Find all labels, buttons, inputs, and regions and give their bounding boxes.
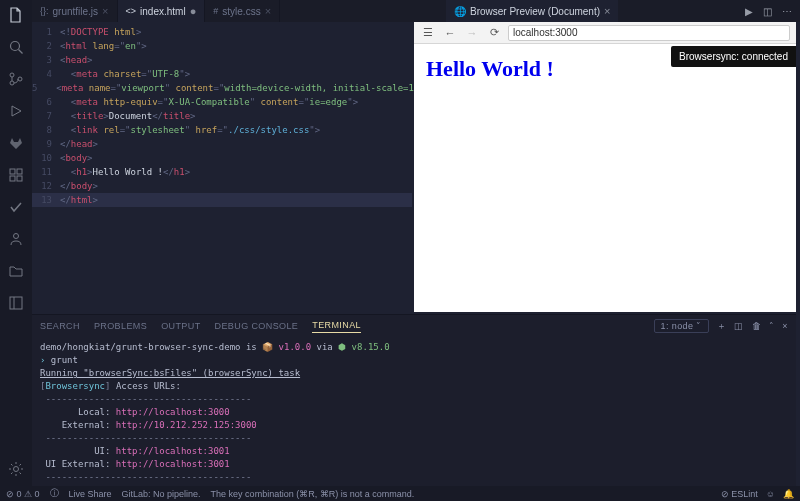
terminal-line: External: http://10.212.252.125:3000 xyxy=(40,419,788,432)
panel-tab-search[interactable]: SEARCH xyxy=(40,321,80,331)
svg-point-10 xyxy=(14,467,19,472)
terminal-line: › grunt xyxy=(40,354,788,367)
terminal-line: [Browsersync] Access URLs: xyxy=(40,380,788,393)
browsersync-toast: Browsersync: connected xyxy=(671,46,796,67)
svg-rect-7 xyxy=(17,176,22,181)
toggle-panel-icon[interactable]: ☰ xyxy=(420,25,436,41)
panel-tab-terminal[interactable]: TERMINAL xyxy=(312,320,361,333)
dirty-icon[interactable]: ● xyxy=(190,5,197,17)
url-input[interactable]: localhost:3000 xyxy=(508,25,790,41)
panel-tabs: SEARCHPROBLEMSOUTPUTDEBUG CONSOLETERMINA… xyxy=(32,315,796,337)
svg-point-0 xyxy=(11,42,20,51)
terminal-line: UI: http://localhost:3001 xyxy=(40,445,788,458)
activity-extensions-icon[interactable] xyxy=(7,166,25,184)
back-icon[interactable]: ← xyxy=(442,25,458,41)
activity-bar xyxy=(0,0,32,486)
status-item[interactable]: ☺ xyxy=(766,489,775,499)
activity-gitlab-icon[interactable] xyxy=(7,134,25,152)
tab-gruntfile-js[interactable]: {}:gruntfile.js× xyxy=(32,0,118,22)
code-line: 10<body> xyxy=(32,151,412,165)
status-item[interactable]: Live Share xyxy=(69,489,112,499)
file-icon: # xyxy=(213,6,218,16)
status-item[interactable]: 🔔 xyxy=(783,489,794,499)
tab-style-css[interactable]: #style.css× xyxy=(205,0,280,22)
activity-test-icon[interactable] xyxy=(7,198,25,216)
activity-search-icon[interactable] xyxy=(7,38,25,56)
browser-toolbar: ☰ ← → ⟳ localhost:3000 xyxy=(414,22,796,44)
activity-layout-icon[interactable] xyxy=(7,294,25,312)
status-item[interactable]: ⊘ 0 ⚠ 0 xyxy=(6,489,40,499)
status-item[interactable]: The key combination (⌘R, ⌘R) is not a co… xyxy=(211,489,415,499)
close-icon[interactable]: × xyxy=(102,5,108,17)
preview-tab-bar: 🌐 Browser Preview (Document) × ▶ ◫ ⋯ xyxy=(446,0,800,22)
new-terminal-icon[interactable]: ＋ xyxy=(717,320,726,333)
settings-gear-icon[interactable] xyxy=(7,460,25,478)
terminal-line: demo/hongkiat/grunt-browser-sync-demo is… xyxy=(40,341,788,354)
code-line: 11 <h1>Hello World !</h1> xyxy=(32,165,412,179)
panel-tab-output[interactable]: OUTPUT xyxy=(161,321,200,331)
svg-rect-9 xyxy=(10,297,22,309)
reload-icon[interactable]: ⟳ xyxy=(486,25,502,41)
panel-tab-debug-console[interactable]: DEBUG CONSOLE xyxy=(215,321,299,331)
more-icon[interactable]: ⋯ xyxy=(782,6,792,17)
trash-icon[interactable]: 🗑 xyxy=(752,321,761,331)
split-editor-icon[interactable]: ◫ xyxy=(763,6,772,17)
close-panel-icon[interactable]: × xyxy=(782,321,788,331)
activity-folder-icon[interactable] xyxy=(7,262,25,280)
svg-point-3 xyxy=(18,77,22,81)
code-line: 5 <meta name="viewport" content="width=d… xyxy=(32,81,412,95)
terminal-line: -------------------------------------- xyxy=(40,432,788,445)
status-item[interactable]: GitLab: No pipeline. xyxy=(122,489,201,499)
browser-preview-pane: ☰ ← → ⟳ localhost:3000 Hello World ! Bro… xyxy=(414,22,796,312)
panel-tab-problems[interactable]: PROBLEMS xyxy=(94,321,147,331)
terminal-line: UI External: http://localhost:3001 xyxy=(40,458,788,471)
status-item[interactable]: ⓘ xyxy=(50,487,59,500)
terminal-line: -------------------------------------- xyxy=(40,393,788,406)
tab-index-html[interactable]: <>index.html● xyxy=(118,0,206,22)
close-icon[interactable]: × xyxy=(604,5,610,17)
svg-point-8 xyxy=(14,234,19,239)
close-icon[interactable]: × xyxy=(265,5,271,17)
tab-browser-preview[interactable]: 🌐 Browser Preview (Document) × xyxy=(446,0,618,22)
code-line: 9</head> xyxy=(32,137,412,151)
svg-point-1 xyxy=(10,73,14,77)
activity-files-icon[interactable] xyxy=(7,6,25,24)
terminal[interactable]: demo/hongkiat/grunt-browser-sync-demo is… xyxy=(32,337,796,501)
tab-label: index.html xyxy=(140,6,186,17)
preview-viewport[interactable]: Hello World ! Browsersync: connected xyxy=(414,44,796,312)
code-editor[interactable]: 1<!DOCTYPE html>2<html lang="en">3<head>… xyxy=(32,22,412,312)
code-line: 7 <title>Document</title> xyxy=(32,109,412,123)
status-bar: ⊘ 0 ⚠ 0ⓘLive ShareGitLab: No pipeline.Th… xyxy=(0,486,800,501)
code-line: 8 <link rel="stylesheet" href="./css/sty… xyxy=(32,123,412,137)
bottom-panel: SEARCHPROBLEMSOUTPUTDEBUG CONSOLETERMINA… xyxy=(32,314,796,486)
terminal-selector[interactable]: 1: node ˅ xyxy=(654,319,709,333)
forward-icon[interactable]: → xyxy=(464,25,480,41)
editor-tab-bar: {}:gruntfile.js×<>index.html●#style.css×… xyxy=(32,0,800,22)
svg-rect-4 xyxy=(10,169,15,174)
activity-liveshare-icon[interactable] xyxy=(7,230,25,248)
split-terminal-icon[interactable]: ◫ xyxy=(734,321,743,331)
tab-label: Browser Preview (Document) xyxy=(470,6,600,17)
activity-scm-icon[interactable] xyxy=(7,70,25,88)
maximize-panel-icon[interactable]: ˄ xyxy=(769,321,774,331)
svg-rect-6 xyxy=(10,176,15,181)
svg-point-2 xyxy=(10,81,14,85)
code-line: 12</body> xyxy=(32,179,412,193)
terminal-line: Local: http://localhost:3000 xyxy=(40,406,788,419)
terminal-line: Running "browserSync:bsFiles" (browserSy… xyxy=(40,367,788,380)
terminal-line: -------------------------------------- xyxy=(40,471,788,484)
file-icon: <> xyxy=(126,6,137,16)
activity-debug-icon[interactable] xyxy=(7,102,25,120)
tab-label: gruntfile.js xyxy=(53,6,99,17)
code-line: 3<head> xyxy=(32,53,412,67)
status-item[interactable]: ⊘ ESLint xyxy=(721,489,758,499)
globe-icon: 🌐 xyxy=(454,6,466,17)
code-line: 13</html> xyxy=(32,193,412,207)
tab-label: style.css xyxy=(222,6,260,17)
run-icon[interactable]: ▶ xyxy=(745,6,753,17)
svg-rect-5 xyxy=(17,169,22,174)
code-line: 6 <meta http-equiv="X-UA-Compatible" con… xyxy=(32,95,412,109)
code-line: 1<!DOCTYPE html> xyxy=(32,25,412,39)
code-line: 2<html lang="en"> xyxy=(32,39,412,53)
file-icon: {}: xyxy=(40,6,49,16)
